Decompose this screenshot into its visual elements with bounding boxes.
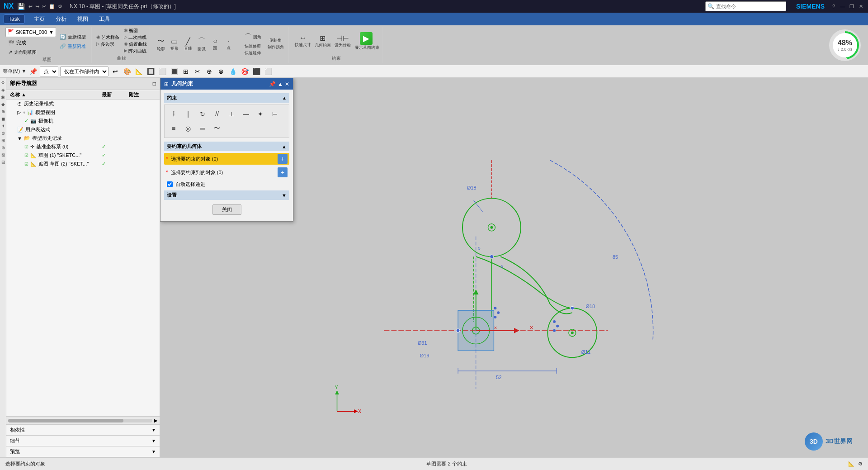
sel-icon11[interactable]: ⊗ — [216, 66, 226, 76]
nx-logo: NX — [4, 2, 14, 10]
gauge-percent: 48% — [838, 39, 852, 47]
menu-view[interactable]: 视图 — [75, 14, 90, 24]
draw-section: 〜 轮廓 ▭ 矩形 ╱ 直线 ⌒ 圆弧 ○ 圆 · 点 — [152, 27, 238, 63]
tree-item-datum[interactable]: ☑ ✛ 基准坐标系 (0) ✓ — [6, 142, 160, 151]
curve-section: ◉ 艺术样条 ▷ 多边形 ◉ 椭圆 ▷ 二次曲线 ◉ — [94, 27, 150, 63]
search-box[interactable]: 🔍 — [705, 1, 786, 11]
sel-icon14[interactable]: ⬛ — [251, 66, 261, 76]
art-style-label[interactable]: 艺术样条 — [101, 34, 119, 41]
menu-home[interactable]: 主页 — [32, 14, 47, 24]
tree-item-history-mode[interactable]: ⏱ 历史记录模式 — [6, 100, 160, 108]
sel-icon10[interactable]: ⊕ — [204, 66, 214, 76]
sidebar-icon3[interactable]: ◆ — [0, 101, 6, 107]
circle-btn[interactable]: ○ 圆 — [209, 36, 222, 52]
set-sym-btn[interactable]: ⊣⊢ 设为对称 — [333, 33, 352, 49]
svg-point-31 — [494, 307, 496, 309]
sketch2-check: ☑ — [24, 161, 28, 166]
win-minimize[interactable]: — — [839, 3, 846, 10]
menu-analysis[interactable]: 分析 — [54, 14, 68, 24]
circle-label: 圆 — [213, 45, 217, 51]
show-constrain-btn[interactable]: ▶ 显示草图约束 — [353, 31, 379, 51]
sel-icon13[interactable]: 🎯 — [240, 66, 250, 76]
polygon-label[interactable]: 多边形 — [101, 41, 114, 47]
scroll-bar[interactable]: ▶ — [6, 416, 160, 424]
tab-dependency[interactable]: 相依性 ▼ — [6, 425, 160, 436]
sel-icon15[interactable]: ⬜ — [263, 66, 273, 76]
offset-label[interactable]: 偏置曲线 — [129, 41, 147, 47]
draw-content: 〜 轮廓 ▭ 矩形 ╱ 直线 ⌒ 圆弧 ○ 圆 · 点 — [155, 27, 235, 62]
menu-label[interactable]: 菜单(M) ▼ — [3, 68, 26, 75]
rect-btn[interactable]: ▭ 矩形 — [168, 36, 181, 52]
sidebar-icon11[interactable]: ⊟ — [0, 159, 6, 165]
show-constrain-label: 显示草图约束 — [355, 46, 377, 50]
sel-icon9[interactable]: ✂ — [193, 66, 203, 76]
search-input[interactable] — [716, 4, 784, 9]
line-btn[interactable]: ╱ 直线 — [182, 36, 194, 52]
fillet-label: 圆角 — [253, 35, 261, 40]
sel-icon4[interactable]: 📐 — [134, 66, 144, 76]
tree-item-camera[interactable]: ✓ 📷 摄像机 — [6, 117, 160, 125]
win-close[interactable]: ✕ — [857, 3, 864, 10]
sel-icon1[interactable]: 📌 — [28, 66, 38, 76]
sidebar-icon9[interactable]: ⊛ — [0, 145, 6, 150]
sel-icon12[interactable]: 💧 — [228, 66, 238, 76]
chamfer-btn[interactable]: 倒斜角 — [266, 38, 286, 44]
tab-detail[interactable]: 细节 ▼ — [6, 436, 160, 446]
tree-item-sketch1[interactable]: ☑ 📐 草图 (1) "SKETC..." ✓ — [6, 151, 160, 160]
arc-label: 圆弧 — [198, 46, 206, 52]
reattach-btn[interactable]: 🔗 重新附着 — [57, 43, 89, 51]
sidebar-icon2[interactable]: ◉ — [0, 94, 6, 100]
contour-btn[interactable]: 〜 轮廓 — [155, 36, 167, 53]
sel-icon8[interactable]: ⊞ — [181, 66, 191, 76]
sidebar-icon1[interactable]: ◈ — [0, 87, 6, 92]
sidebar-icon8[interactable]: ⊞ — [0, 138, 6, 143]
sidebar-settings-btn[interactable]: ⚙ — [0, 80, 6, 85]
sidebar-icon5[interactable]: ◼ — [0, 116, 6, 121]
tree-item-model-view[interactable]: ▷ + 📊 模型视图 — [6, 108, 160, 117]
scroll-right[interactable]: ▶ — [154, 418, 158, 423]
sketch1-check: ☑ — [24, 153, 28, 158]
sidebar-icon6[interactable]: ✦ — [0, 123, 6, 128]
fillet-btn[interactable]: ⌒ 圆角 — [243, 32, 263, 43]
viewport[interactable]: ⊞ 几何约束 📌 ▲ ✕ 约束 ▲ ⟋ | — [160, 78, 868, 457]
sidebar-icon10[interactable]: ⊠ — [0, 152, 6, 157]
quick-extend-btn[interactable]: 快速延伸 — [243, 50, 263, 57]
arc-btn[interactable]: ⌒ 圆弧 — [195, 36, 208, 53]
orient-btn[interactable]: ↗ 走向到草图 — [5, 48, 56, 57]
sel-icon6[interactable]: ⬜ — [157, 66, 167, 76]
tree-item-user-expr[interactable]: 📝 用户表达式 — [6, 125, 160, 134]
statusbar: 选择要约束的对象 草图需要 2 个约束 📐 ⚙ — [0, 457, 868, 470]
tab-preview[interactable]: 预览 ▼ — [6, 446, 160, 457]
model-view-icon2: 📊 — [27, 109, 33, 115]
sel-icon7[interactable]: 🔳 — [169, 66, 179, 76]
filter-dropdown1[interactable]: 点 线 面 — [40, 66, 58, 76]
geom-constrain-btn[interactable]: ⊞ 几何约束 — [313, 33, 332, 49]
toolbar-row1: 🚩 SKETCH_000 ▼ 🏁 完成 ↗ 走向到草图 🔄 更新模型 — [0, 25, 868, 65]
menu-tools[interactable]: 工具 — [97, 14, 112, 24]
complete-btn[interactable]: 🏁 完成 — [5, 38, 56, 47]
sel-icon5[interactable]: 🔲 — [146, 66, 156, 76]
point-btn[interactable]: · 点 — [222, 36, 235, 52]
filter-dropdown2[interactable]: 仅在工作部件内 整个部件 — [60, 66, 108, 76]
update-btn[interactable]: 🔄 更新模型 — [57, 33, 89, 41]
array-label[interactable]: 阵列曲线 — [128, 48, 146, 54]
win-maximize[interactable]: ❐ — [848, 3, 855, 10]
scroll-thumb[interactable] — [8, 419, 123, 423]
sketch-dropdown[interactable]: 🚩 SKETCH_000 ▼ — [5, 27, 56, 37]
rapid-dim-btn[interactable]: ↔ 快速尺寸 — [293, 33, 312, 49]
sel-icon2[interactable]: ↩ — [110, 66, 120, 76]
sel-icon3[interactable]: 🎨 — [122, 66, 132, 76]
tree-item-model-history[interactable]: ▼ 📂 模型历史记录 — [6, 134, 160, 142]
ellipse-label[interactable]: 椭圆 — [129, 28, 138, 34]
tree-item-sketch2[interactable]: ☑ 📐 贴图 草图 (2) "SKET..." ✓ — [6, 160, 160, 168]
conic-label[interactable]: 二次曲线 — [128, 34, 146, 41]
quick-trim-btn[interactable]: 快速修剪 — [243, 43, 263, 50]
status-settings-icon[interactable]: ⚙ — [858, 461, 863, 467]
parts-expand-btn[interactable]: □ — [153, 81, 156, 87]
make-corner-btn[interactable]: 制作拐角 — [266, 44, 286, 51]
win-help[interactable]: ? — [830, 3, 837, 10]
task-button[interactable]: Task — [4, 14, 25, 24]
save-icon[interactable]: 💾 — [17, 3, 25, 10]
sidebar-icon4[interactable]: ⊕ — [0, 109, 6, 114]
sidebar-icon7[interactable]: ⊚ — [0, 130, 6, 136]
